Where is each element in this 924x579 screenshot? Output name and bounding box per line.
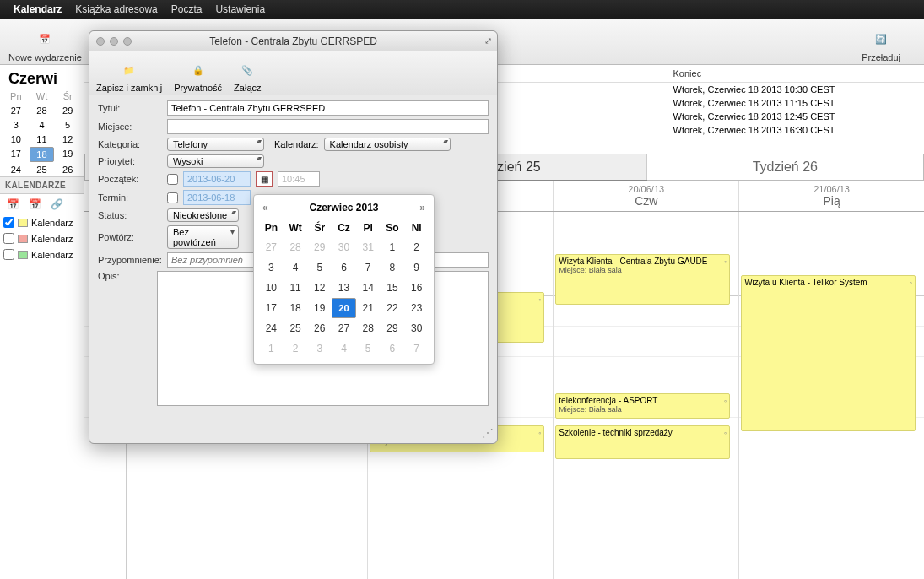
dp-day[interactable]: 4 xyxy=(284,257,308,278)
new-event-button[interactable]: 📅 Nowe wydarzenie xyxy=(8,27,82,62)
calendar-icon[interactable]: ▦ xyxy=(256,171,273,187)
prev-month-icon[interactable]: « xyxy=(262,202,268,214)
dialog-titlebar[interactable]: Telefon - Centrala Zbytu GERRSPED ⤢ xyxy=(89,31,497,51)
title-input[interactable] xyxy=(167,100,489,116)
dp-day[interactable]: 17 xyxy=(259,298,284,318)
dp-day[interactable]: 30 xyxy=(404,318,429,338)
dp-day[interactable]: 21 xyxy=(356,298,381,318)
calendar-list-item[interactable]: Kalendarz xyxy=(0,230,84,246)
mini-day[interactable]: 5 xyxy=(55,118,80,132)
mini-day[interactable]: 10 xyxy=(3,133,29,146)
category-select[interactable]: Telefony xyxy=(167,138,264,151)
mini-day[interactable]: 19 xyxy=(55,147,80,162)
dp-day[interactable]: 5 xyxy=(307,257,332,278)
day-column-2[interactable]: Wizyta u Klienta - Telikor System◦ xyxy=(738,212,924,579)
location-input[interactable] xyxy=(167,119,489,134)
dp-day[interactable]: 29 xyxy=(381,318,405,338)
priority-select[interactable]: Wysoki xyxy=(167,154,264,168)
calendar-select[interactable]: Kalendarz osobisty xyxy=(324,138,451,151)
dp-day[interactable]: 6 xyxy=(332,257,356,278)
dp-day[interactable]: 28 xyxy=(284,237,308,257)
mini-day[interactable]: 25 xyxy=(30,163,55,176)
mini-day[interactable]: 4 xyxy=(30,118,55,132)
next-month-icon[interactable]: » xyxy=(419,202,425,214)
calendar-checkbox[interactable] xyxy=(3,249,14,260)
dp-day[interactable]: 26 xyxy=(307,318,332,338)
calendar-event[interactable]: Wizyta u Klienta - Telikor System◦ xyxy=(741,275,916,431)
dp-day[interactable]: 24 xyxy=(259,318,284,338)
mini-day[interactable]: 24 xyxy=(3,163,29,176)
dp-day[interactable]: 2 xyxy=(404,237,429,257)
week-tab-26[interactable]: Tydzień 26 xyxy=(646,154,923,180)
end-date-input[interactable] xyxy=(183,190,251,205)
dp-day[interactable]: 27 xyxy=(259,237,284,257)
calendar-event[interactable]: Szkolenie - techniki sprzedaży◦ xyxy=(555,425,730,459)
dp-day[interactable]: 25 xyxy=(284,318,308,338)
dp-day[interactable]: 18 xyxy=(284,298,308,318)
dp-day[interactable]: 4 xyxy=(332,338,356,359)
dp-day[interactable]: 9 xyxy=(404,257,429,278)
dp-day[interactable]: 20 xyxy=(332,298,356,318)
dp-day[interactable]: 30 xyxy=(332,237,356,257)
dp-day[interactable]: 15 xyxy=(381,278,405,298)
end-checkbox[interactable] xyxy=(167,192,178,203)
mini-day[interactable]: 26 xyxy=(55,163,80,176)
cal-tool-icon[interactable]: 📅 xyxy=(27,198,42,211)
calendar-list-item[interactable]: Kalendarz xyxy=(0,246,84,262)
calendar-event[interactable]: Wizyta Klienta - Centrala Zbytu GAUDEMie… xyxy=(555,254,730,305)
dp-day[interactable]: 12 xyxy=(307,278,332,298)
dp-day[interactable]: 31 xyxy=(356,237,381,257)
dp-day[interactable]: 22 xyxy=(381,298,405,318)
menu-ksiazka[interactable]: Książka adresowa xyxy=(68,3,164,15)
menu-ustawienia[interactable]: Ustawienia xyxy=(208,3,272,15)
mini-day[interactable]: 3 xyxy=(3,118,29,132)
calendar-list-item[interactable]: Kalendarz xyxy=(0,214,84,230)
dp-day[interactable]: 7 xyxy=(356,257,381,278)
repeat-select[interactable]: Bez powtórzeń xyxy=(167,225,239,249)
calendar-checkbox[interactable] xyxy=(3,233,14,244)
dp-day[interactable]: 27 xyxy=(332,318,356,338)
calendar-event[interactable]: telekonferencja - ASPORTMiejsce: Biała s… xyxy=(555,393,730,419)
save-close-button[interactable]: 📁 Zapisz i zamknij xyxy=(96,59,162,93)
day-header[interactable]: 20/06/13 Czw xyxy=(553,181,738,211)
cal-tool-icon[interactable]: 🔗 xyxy=(49,198,64,211)
dp-day[interactable]: 6 xyxy=(381,338,405,359)
mini-day[interactable]: 28 xyxy=(30,104,55,117)
dp-day[interactable]: 8 xyxy=(381,257,405,278)
mini-day[interactable]: 29 xyxy=(55,104,80,117)
dp-day[interactable]: 16 xyxy=(404,278,429,298)
start-checkbox[interactable] xyxy=(167,174,178,185)
dp-day[interactable]: 3 xyxy=(259,257,284,278)
dp-day[interactable]: 3 xyxy=(307,338,332,359)
dp-day[interactable]: 14 xyxy=(356,278,381,298)
dp-day[interactable]: 19 xyxy=(307,298,332,318)
reload-button[interactable]: 🔄 Przeładuj xyxy=(862,27,900,62)
mini-day-selected[interactable]: 18 xyxy=(30,147,55,162)
mini-day[interactable]: 11 xyxy=(30,133,55,146)
dp-day[interactable]: 29 xyxy=(307,237,332,257)
status-select[interactable]: Nieokreślone xyxy=(167,208,239,222)
dp-day[interactable]: 13 xyxy=(332,278,356,298)
start-time-input[interactable] xyxy=(278,171,320,187)
dp-day[interactable]: 28 xyxy=(356,318,381,338)
dp-day[interactable]: 23 xyxy=(404,298,429,318)
mini-day[interactable]: 27 xyxy=(3,104,29,117)
mini-day[interactable]: 12 xyxy=(55,133,80,146)
dp-day[interactable]: 7 xyxy=(404,338,429,359)
day-column-1[interactable]: Wizyta Klienta - Centrala Zbytu GAUDEMie… xyxy=(553,212,738,579)
dp-day[interactable]: 1 xyxy=(381,237,405,257)
dp-day[interactable]: 1 xyxy=(259,338,284,359)
menu-poczta[interactable]: Poczta xyxy=(165,3,209,15)
attach-button[interactable]: 📎 Załącz xyxy=(234,59,261,93)
dp-day[interactable]: 5 xyxy=(356,338,381,359)
resize-handle-icon[interactable]: ⋰ xyxy=(482,426,494,440)
dp-day[interactable]: 11 xyxy=(284,278,308,298)
start-date-input[interactable] xyxy=(183,171,251,187)
day-header[interactable]: 21/06/13 Pią xyxy=(738,181,924,211)
mini-day[interactable]: 17 xyxy=(3,147,29,162)
dp-day[interactable]: 2 xyxy=(284,338,308,359)
menu-kalendarz[interactable]: Kalendarz xyxy=(7,3,68,15)
privacy-button[interactable]: 🔒 Prywatność xyxy=(174,59,222,93)
cal-tool-icon[interactable]: 📅 xyxy=(5,198,20,211)
calendar-checkbox[interactable] xyxy=(3,217,14,228)
